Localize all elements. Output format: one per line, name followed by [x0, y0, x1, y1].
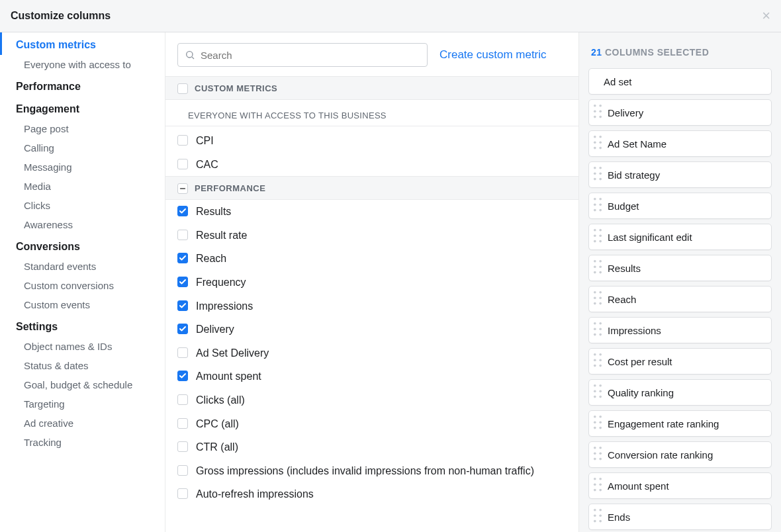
- nav-sub-item[interactable]: Object names & IDs: [0, 337, 165, 356]
- metric-row[interactable]: Frequency: [165, 271, 578, 294]
- drag-handle-icon[interactable]: [593, 322, 602, 339]
- nav-sub-item[interactable]: Everyone with access to: [0, 55, 165, 74]
- drag-handle-icon[interactable]: [593, 104, 602, 121]
- search-box[interactable]: [177, 43, 428, 67]
- metric-row[interactable]: Delivery: [165, 318, 578, 341]
- nav-group-settings[interactable]: Settings: [0, 314, 165, 337]
- metric-checkbox[interactable]: [177, 230, 188, 240]
- nav-sub-item[interactable]: Custom conversions: [0, 276, 165, 295]
- selected-column-chip[interactable]: Conversion rate ranking: [588, 441, 772, 468]
- metric-checkbox[interactable]: [177, 347, 188, 358]
- drag-handle-icon[interactable]: [593, 166, 602, 183]
- metric-checkbox[interactable]: [177, 83, 188, 94]
- drag-handle-icon[interactable]: [593, 290, 602, 308]
- metric-checkbox[interactable]: [177, 488, 188, 499]
- metric-row[interactable]: CPI: [165, 129, 578, 153]
- metric-row[interactable]: Amount spent: [165, 365, 578, 388]
- nav-sub-item[interactable]: Calling: [0, 138, 165, 157]
- selected-column-chip[interactable]: Delivery: [588, 99, 772, 126]
- selected-column-chip[interactable]: Results: [588, 255, 772, 281]
- drag-handle-icon[interactable]: [593, 446, 602, 463]
- remove-column-button[interactable]: [755, 480, 766, 491]
- nav-sub-item[interactable]: Targeting: [0, 394, 165, 414]
- metric-row[interactable]: CTR (all): [165, 435, 578, 459]
- metric-checkbox[interactable]: [177, 253, 188, 263]
- remove-column-button[interactable]: [755, 356, 766, 367]
- remove-column-button[interactable]: [755, 418, 766, 429]
- remove-column-button[interactable]: [755, 200, 766, 211]
- selected-column-chip[interactable]: Impressions: [588, 317, 772, 343]
- metric-checkbox[interactable]: [177, 418, 188, 429]
- metric-checkbox[interactable]: [177, 394, 188, 405]
- metric-row[interactable]: Results: [165, 200, 578, 224]
- drag-handle-icon[interactable]: [593, 197, 602, 214]
- selected-column-chip[interactable]: Amount spent: [588, 472, 772, 499]
- nav-sub-item[interactable]: Awareness: [0, 215, 165, 234]
- selected-column-chip[interactable]: Engagement rate ranking: [588, 410, 772, 437]
- nav-sub-item[interactable]: Status & dates: [0, 356, 165, 375]
- metric-row[interactable]: Reach: [165, 247, 578, 271]
- drag-handle-icon[interactable]: [593, 353, 602, 370]
- metric-row[interactable]: CPC (all): [165, 412, 578, 436]
- metric-checkbox[interactable]: [177, 277, 188, 287]
- drag-handle-icon[interactable]: [593, 415, 602, 432]
- selected-column-chip[interactable]: Cost per result: [588, 348, 772, 375]
- metric-row[interactable]: CAC: [165, 153, 578, 177]
- metric-row[interactable]: Impressions: [165, 294, 578, 318]
- remove-column-button[interactable]: [755, 294, 766, 304]
- nav-group-conversions[interactable]: Conversions: [0, 234, 165, 257]
- create-custom-metric-link[interactable]: Create custom metric: [439, 48, 547, 62]
- metric-checkbox[interactable]: [177, 206, 188, 216]
- metric-checkbox[interactable]: [177, 159, 188, 169]
- search-input[interactable]: [201, 44, 420, 66]
- selected-column-chip[interactable]: Budget: [588, 193, 772, 219]
- selected-column-chip[interactable]: Quality ranking: [588, 379, 772, 406]
- remove-column-button[interactable]: [755, 232, 766, 242]
- nav-sub-item[interactable]: Clicks: [0, 196, 165, 215]
- metric-checkbox[interactable]: [177, 441, 188, 452]
- remove-column-button[interactable]: [755, 449, 766, 460]
- nav-group-performance[interactable]: Performance: [0, 74, 165, 97]
- selected-column-chip[interactable]: Ad set: [588, 68, 772, 95]
- metric-checkbox[interactable]: [177, 324, 188, 334]
- metric-row[interactable]: Gross impressions (includes invalid impr…: [165, 459, 578, 483]
- close-button[interactable]: ×: [762, 9, 770, 23]
- metric-row[interactable]: Ad Set Delivery: [165, 341, 578, 365]
- metrics-list[interactable]: CUSTOM METRICSEVERYONE WITH ACCESS TO TH…: [165, 76, 578, 532]
- selected-column-chip[interactable]: Last significant edit: [588, 224, 772, 250]
- nav-group-engagement[interactable]: Engagement: [0, 97, 165, 119]
- selected-column-chip[interactable]: Ends: [588, 504, 772, 530]
- metric-checkbox[interactable]: [177, 135, 188, 146]
- metric-checkbox[interactable]: [177, 371, 188, 381]
- nav-group-custom-metrics[interactable]: Custom metrics: [0, 32, 165, 55]
- nav-sub-item[interactable]: Ad creative: [0, 414, 165, 433]
- nav-sub-item[interactable]: Custom events: [0, 295, 165, 314]
- selected-columns-panel[interactable]: 21 COLUMNS SELECTED Ad setDeliveryAd Set…: [578, 32, 781, 532]
- drag-handle-icon[interactable]: [593, 384, 602, 401]
- selected-column-chip[interactable]: Bid strategy: [588, 161, 772, 188]
- metric-row[interactable]: Clicks (all): [165, 388, 578, 412]
- remove-column-button[interactable]: [755, 169, 766, 180]
- drag-handle-icon[interactable]: [593, 135, 602, 152]
- selected-column-chip[interactable]: Reach: [588, 286, 772, 312]
- metric-row[interactable]: Result rate: [165, 224, 578, 247]
- drag-handle-icon[interactable]: [593, 259, 602, 277]
- remove-column-button[interactable]: [755, 263, 766, 273]
- metric-checkbox[interactable]: [177, 465, 188, 476]
- remove-column-button[interactable]: [755, 387, 766, 398]
- remove-column-button[interactable]: [755, 138, 766, 149]
- remove-column-button[interactable]: [755, 325, 766, 335]
- drag-handle-icon[interactable]: [593, 508, 602, 525]
- section-checkbox-indeterminate[interactable]: [177, 183, 188, 194]
- metric-checkbox[interactable]: [177, 300, 188, 311]
- drag-handle-icon[interactable]: [593, 228, 602, 245]
- category-sidebar[interactable]: Custom metricsEveryone with access toPer…: [0, 32, 165, 532]
- selected-column-chip[interactable]: Ad Set Name: [588, 130, 772, 157]
- nav-sub-item[interactable]: Media: [0, 177, 165, 196]
- nav-sub-item[interactable]: Page post: [0, 119, 165, 138]
- nav-sub-item[interactable]: Standard events: [0, 257, 165, 276]
- nav-sub-item[interactable]: Messaging: [0, 157, 165, 177]
- nav-sub-item[interactable]: Tracking: [0, 433, 165, 452]
- remove-column-button[interactable]: [755, 107, 766, 118]
- metric-row[interactable]: Auto-refresh impressions: [165, 482, 578, 506]
